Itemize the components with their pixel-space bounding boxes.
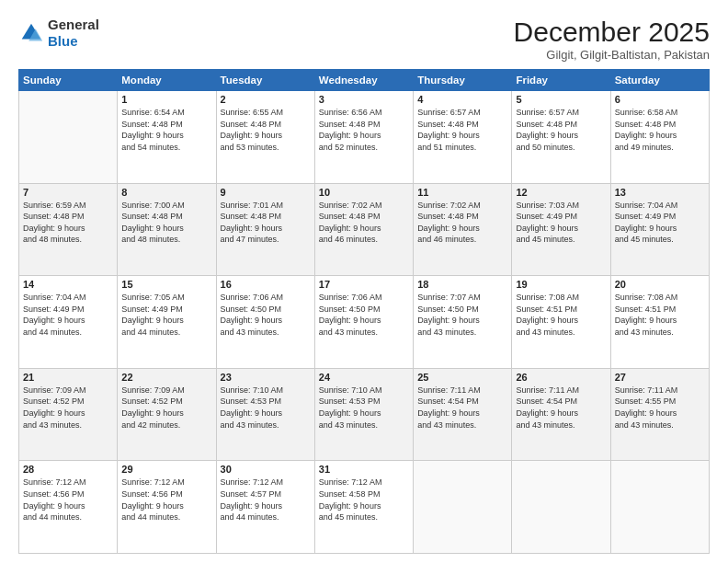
cell-4-6: 26Sunrise: 7:11 AM Sunset: 4:54 PM Dayli… bbox=[512, 368, 610, 461]
cell-info: Sunrise: 7:12 AM Sunset: 4:56 PM Dayligh… bbox=[23, 477, 113, 523]
day-number: 21 bbox=[23, 372, 113, 383]
cell-info: Sunrise: 7:00 AM Sunset: 4:48 PM Dayligh… bbox=[121, 200, 211, 246]
cell-2-4: 10Sunrise: 7:02 AM Sunset: 4:48 PM Dayli… bbox=[314, 183, 413, 276]
day-number: 18 bbox=[417, 279, 507, 290]
cell-1-5: 4Sunrise: 6:57 AM Sunset: 4:48 PM Daylig… bbox=[414, 91, 512, 184]
day-number: 16 bbox=[221, 279, 311, 290]
day-number: 5 bbox=[516, 94, 606, 105]
cell-2-6: 12Sunrise: 7:03 AM Sunset: 4:49 PM Dayli… bbox=[512, 183, 610, 276]
cell-3-4: 17Sunrise: 7:06 AM Sunset: 4:50 PM Dayli… bbox=[314, 276, 413, 369]
col-tuesday: Tuesday bbox=[216, 70, 314, 91]
week-row-2: 7Sunrise: 6:59 AM Sunset: 4:48 PM Daylig… bbox=[19, 183, 710, 276]
cell-4-2: 22Sunrise: 7:09 AM Sunset: 4:52 PM Dayli… bbox=[118, 368, 216, 461]
col-monday: Monday bbox=[118, 70, 216, 91]
day-number: 30 bbox=[221, 464, 311, 475]
day-number: 14 bbox=[23, 279, 113, 290]
cell-3-5: 18Sunrise: 7:07 AM Sunset: 4:50 PM Dayli… bbox=[414, 276, 512, 369]
day-number: 20 bbox=[615, 279, 705, 290]
cell-2-3: 9Sunrise: 7:01 AM Sunset: 4:48 PM Daylig… bbox=[216, 183, 314, 276]
col-friday: Friday bbox=[512, 70, 610, 91]
page: General Blue December 2025 Gilgit, Gilgi… bbox=[0, 0, 728, 563]
col-wednesday: Wednesday bbox=[314, 70, 413, 91]
cell-info: Sunrise: 7:06 AM Sunset: 4:50 PM Dayligh… bbox=[221, 292, 311, 338]
day-number: 26 bbox=[516, 372, 606, 383]
cell-info: Sunrise: 7:09 AM Sunset: 4:52 PM Dayligh… bbox=[121, 385, 211, 431]
day-number: 24 bbox=[319, 372, 409, 383]
cell-info: Sunrise: 7:04 AM Sunset: 4:49 PM Dayligh… bbox=[23, 292, 113, 338]
cell-info: Sunrise: 7:02 AM Sunset: 4:48 PM Dayligh… bbox=[417, 200, 507, 246]
cell-info: Sunrise: 7:10 AM Sunset: 4:53 PM Dayligh… bbox=[221, 385, 311, 431]
cell-2-2: 8Sunrise: 7:00 AM Sunset: 4:48 PM Daylig… bbox=[118, 183, 216, 276]
cell-3-6: 19Sunrise: 7:08 AM Sunset: 4:51 PM Dayli… bbox=[512, 276, 610, 369]
cell-5-2: 29Sunrise: 7:12 AM Sunset: 4:56 PM Dayli… bbox=[118, 461, 216, 554]
cell-info: Sunrise: 7:05 AM Sunset: 4:49 PM Dayligh… bbox=[121, 292, 211, 338]
day-number: 1 bbox=[121, 94, 211, 105]
header: General Blue December 2025 Gilgit, Gilgi… bbox=[18, 17, 710, 62]
day-number: 8 bbox=[121, 187, 211, 198]
cell-info: Sunrise: 6:59 AM Sunset: 4:48 PM Dayligh… bbox=[23, 200, 113, 246]
cell-info: Sunrise: 7:12 AM Sunset: 4:58 PM Dayligh… bbox=[319, 477, 409, 523]
day-number: 27 bbox=[615, 372, 705, 383]
day-number: 2 bbox=[221, 94, 311, 105]
cell-info: Sunrise: 6:58 AM Sunset: 4:48 PM Dayligh… bbox=[615, 107, 705, 153]
cell-info: Sunrise: 7:01 AM Sunset: 4:48 PM Dayligh… bbox=[221, 200, 311, 246]
cell-info: Sunrise: 6:55 AM Sunset: 4:48 PM Dayligh… bbox=[221, 107, 311, 153]
cell-info: Sunrise: 6:57 AM Sunset: 4:48 PM Dayligh… bbox=[417, 107, 507, 153]
cell-5-4: 31Sunrise: 7:12 AM Sunset: 4:58 PM Dayli… bbox=[314, 461, 413, 554]
cell-5-3: 30Sunrise: 7:12 AM Sunset: 4:57 PM Dayli… bbox=[216, 461, 314, 554]
cell-4-7: 27Sunrise: 7:11 AM Sunset: 4:55 PM Dayli… bbox=[610, 368, 709, 461]
day-number: 11 bbox=[417, 187, 507, 198]
cell-5-1: 28Sunrise: 7:12 AM Sunset: 4:56 PM Dayli… bbox=[19, 461, 118, 554]
day-number: 19 bbox=[516, 279, 606, 290]
cell-info: Sunrise: 6:57 AM Sunset: 4:48 PM Dayligh… bbox=[516, 107, 606, 153]
day-number: 28 bbox=[23, 464, 113, 475]
col-sunday: Sunday bbox=[19, 70, 118, 91]
cell-3-7: 20Sunrise: 7:08 AM Sunset: 4:51 PM Dayli… bbox=[610, 276, 709, 369]
cell-4-3: 23Sunrise: 7:10 AM Sunset: 4:53 PM Dayli… bbox=[216, 368, 314, 461]
cell-2-5: 11Sunrise: 7:02 AM Sunset: 4:48 PM Dayli… bbox=[414, 183, 512, 276]
week-row-4: 21Sunrise: 7:09 AM Sunset: 4:52 PM Dayli… bbox=[19, 368, 710, 461]
cell-info: Sunrise: 7:10 AM Sunset: 4:53 PM Dayligh… bbox=[319, 385, 409, 431]
cell-2-7: 13Sunrise: 7:04 AM Sunset: 4:49 PM Dayli… bbox=[610, 183, 709, 276]
week-row-1: 1Sunrise: 6:54 AM Sunset: 4:48 PM Daylig… bbox=[19, 91, 710, 184]
header-row: Sunday Monday Tuesday Wednesday Thursday… bbox=[19, 70, 710, 91]
col-thursday: Thursday bbox=[414, 70, 512, 91]
logo-general: General bbox=[48, 17, 99, 32]
cell-info: Sunrise: 7:02 AM Sunset: 4:48 PM Dayligh… bbox=[319, 200, 409, 246]
day-number: 4 bbox=[417, 94, 507, 105]
title-area: December 2025 Gilgit, Gilgit-Baltistan, … bbox=[514, 17, 710, 62]
day-number: 15 bbox=[121, 279, 211, 290]
cell-info: Sunrise: 7:03 AM Sunset: 4:49 PM Dayligh… bbox=[516, 200, 606, 246]
day-number: 29 bbox=[121, 464, 211, 475]
cell-5-5 bbox=[414, 461, 512, 554]
day-number: 13 bbox=[615, 187, 705, 198]
day-number: 17 bbox=[319, 279, 409, 290]
cell-info: Sunrise: 7:12 AM Sunset: 4:57 PM Dayligh… bbox=[221, 477, 311, 523]
cell-info: Sunrise: 7:08 AM Sunset: 4:51 PM Dayligh… bbox=[615, 292, 705, 338]
cell-1-1 bbox=[19, 91, 118, 184]
cell-info: Sunrise: 7:06 AM Sunset: 4:50 PM Dayligh… bbox=[319, 292, 409, 338]
logo-text: General Blue bbox=[48, 17, 99, 50]
cell-info: Sunrise: 7:11 AM Sunset: 4:55 PM Dayligh… bbox=[615, 385, 705, 431]
logo-blue: Blue bbox=[48, 33, 78, 49]
day-number: 25 bbox=[417, 372, 507, 383]
cell-info: Sunrise: 7:11 AM Sunset: 4:54 PM Dayligh… bbox=[516, 385, 606, 431]
cell-1-7: 6Sunrise: 6:58 AM Sunset: 4:48 PM Daylig… bbox=[610, 91, 709, 184]
day-number: 6 bbox=[615, 94, 705, 105]
cell-info: Sunrise: 7:04 AM Sunset: 4:49 PM Dayligh… bbox=[615, 200, 705, 246]
cell-4-1: 21Sunrise: 7:09 AM Sunset: 4:52 PM Dayli… bbox=[19, 368, 118, 461]
location-subtitle: Gilgit, Gilgit-Baltistan, Pakistan bbox=[514, 48, 710, 62]
cell-info: Sunrise: 6:56 AM Sunset: 4:48 PM Dayligh… bbox=[319, 107, 409, 153]
cell-5-6 bbox=[512, 461, 610, 554]
cell-1-3: 2Sunrise: 6:55 AM Sunset: 4:48 PM Daylig… bbox=[216, 91, 314, 184]
col-saturday: Saturday bbox=[610, 70, 709, 91]
cell-4-4: 24Sunrise: 7:10 AM Sunset: 4:53 PM Dayli… bbox=[314, 368, 413, 461]
logo-icon bbox=[18, 20, 44, 46]
month-title: December 2025 bbox=[514, 17, 710, 48]
cell-4-5: 25Sunrise: 7:11 AM Sunset: 4:54 PM Dayli… bbox=[414, 368, 512, 461]
cell-info: Sunrise: 7:12 AM Sunset: 4:56 PM Dayligh… bbox=[121, 477, 211, 523]
day-number: 3 bbox=[319, 94, 409, 105]
day-number: 10 bbox=[319, 187, 409, 198]
day-number: 31 bbox=[319, 464, 409, 475]
cell-info: Sunrise: 7:07 AM Sunset: 4:50 PM Dayligh… bbox=[417, 292, 507, 338]
